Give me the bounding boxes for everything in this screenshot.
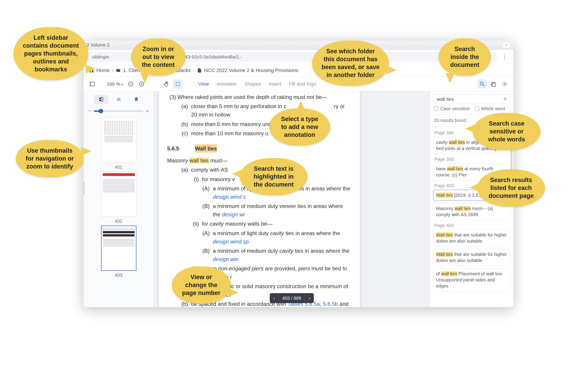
thumbnail-403[interactable]: 403 [101, 226, 136, 278]
select-tool-button[interactable] [173, 80, 182, 89]
crumb-home[interactable]: Home [96, 67, 110, 73]
tab-insert[interactable]: Insert [269, 81, 281, 87]
svg-point-20 [116, 99, 117, 100]
list-label: (B) [200, 247, 210, 263]
thumbnail-401[interactable]: 401 [101, 118, 136, 170]
results-count: 20 results found [434, 118, 466, 123]
svg-line-9 [483, 85, 484, 86]
crumb-3[interactable]: NCC 2022 Volume 2 & Housing Provisions [204, 67, 298, 73]
doc-text: for masonry v [202, 175, 235, 184]
doc-text: comply with AS [191, 166, 228, 174]
tab-shapes[interactable]: Shapes [244, 81, 261, 87]
settings-button[interactable] [500, 80, 509, 89]
zoom-out-button[interactable] [126, 80, 135, 89]
sidebar-tab-thumbnails[interactable] [94, 95, 108, 104]
page-navigator: ‹ 403 / 889 › [270, 293, 314, 303]
left-sidebar: − + 401 402 403 [84, 91, 154, 307]
doc-text: more than 10 mm for masonry u [191, 129, 268, 138]
save-folder-button[interactable] [489, 80, 498, 89]
svg-point-19 [116, 98, 117, 99]
doc-text: a minimum of light duty cavity ties in a… [213, 229, 352, 246]
svg-point-21 [116, 100, 117, 101]
doc-text: a minimum of medium duty veneer ties in … [213, 202, 352, 219]
thumbnail-number: 402 [101, 219, 136, 224]
list-label: (b) [178, 120, 188, 128]
prev-page-button[interactable]: ‹ [270, 293, 279, 303]
search-result[interactable]: Wall ties that are suitable for higher d… [433, 249, 510, 266]
list-label: (B) [200, 202, 210, 219]
toolbar-tabs: View Annotate Shapes Insert Fill and Sig… [198, 81, 316, 87]
window-dropdown-button[interactable] [502, 42, 510, 48]
section-number: 5.6.5 [167, 144, 179, 153]
svg-point-12 [504, 83, 506, 85]
list-label: (ii) [189, 219, 199, 228]
whole-word-checkbox[interactable]: Whole word [475, 106, 505, 111]
doc-text: for cavity masonry walls be— [202, 219, 273, 228]
tab-view[interactable]: View [198, 81, 209, 87]
zoom-level-select[interactable]: 160 % ▾ [105, 80, 124, 88]
search-result[interactable]: Wall ties that are suitable for higher d… [433, 229, 510, 247]
case-sensitive-checkbox[interactable]: Case sensitive [434, 106, 470, 111]
tab-fillsign[interactable]: Fill and Sign [289, 81, 316, 87]
callout-results: Search results listed for each document … [477, 169, 545, 207]
document-icon [197, 68, 202, 73]
thumbnail-zoom-slider[interactable]: − + [88, 108, 149, 115]
list-label: (c) [178, 129, 188, 138]
svg-rect-13 [99, 98, 101, 99]
callout-thumbs: Use thumbnails for navigation or zoom to… [16, 140, 84, 177]
sidebar-tab-bookmarks[interactable] [129, 95, 144, 104]
callout-pager: View or change the page number [172, 267, 231, 304]
svg-point-8 [480, 82, 483, 85]
browser-more-icon[interactable]: ⋮ [500, 53, 509, 60]
pan-tool-button[interactable] [162, 80, 171, 89]
callout-highlight: Search text is highlighted in the docume… [240, 158, 308, 195]
search-button[interactable] [478, 80, 487, 89]
sidebar-tabs [87, 95, 150, 104]
svg-rect-7 [176, 82, 180, 86]
results-page-label: Page 404 [434, 223, 509, 228]
thumbnail-number: 403 [101, 273, 136, 278]
svg-rect-11 [492, 83, 496, 86]
url-frag-left: uildingin [92, 54, 109, 60]
chevron-right-icon: › [112, 67, 113, 73]
chevron-right-icon: › [193, 67, 194, 73]
list-label: (i) [189, 175, 199, 184]
next-page-button[interactable]: › [305, 293, 314, 303]
svg-rect-15 [101, 98, 103, 101]
doc-line: (3) Where raked joints are used the dept… [169, 93, 352, 101]
search-result[interactable]: of wall ties Placement of wall ties Unsu… [433, 268, 510, 292]
search-input[interactable] [433, 94, 510, 104]
svg-rect-14 [99, 100, 101, 101]
callout-sidebar: Left sidebar contains document pages thu… [14, 27, 88, 80]
thumbnail-402[interactable]: 402 [101, 172, 136, 224]
list-label: (a) [178, 102, 188, 119]
thumbnail-number: 401 [101, 165, 136, 170]
minus-icon: − [88, 108, 92, 115]
sidebar-resize-handle[interactable] [84, 182, 85, 195]
page-number-display[interactable]: 403 / 889 [278, 293, 305, 303]
doc-text: more than 5 mm for masonry units [191, 120, 274, 128]
results-page-label: Page 393 [434, 157, 509, 162]
folder-icon [116, 68, 121, 73]
list-label: (A) [200, 229, 210, 246]
callout-folder: See which folder this document has been … [312, 41, 389, 86]
search-results-list: Page 390cavity wall ties in aligning mor… [430, 126, 513, 307]
svg-rect-1 [90, 82, 92, 86]
clear-search-icon[interactable]: ✕ [503, 96, 507, 102]
callout-search: Search inside the document [439, 38, 491, 76]
list-label: (A) [200, 184, 210, 201]
list-label: (a) [178, 166, 188, 174]
doc-text: a minimum of medium duty cavity ties in … [213, 247, 352, 263]
tab-annotate[interactable]: Annotate [217, 81, 237, 87]
callout-annotation: Select a type to add a new annotation [269, 108, 330, 146]
doc-text: closer than 5 mm to any perforation in c… [191, 102, 352, 119]
plus-icon: + [146, 108, 149, 115]
sidebar-tab-outline[interactable] [112, 95, 126, 104]
callout-zoom: Zoom in or out to view the content [131, 38, 185, 76]
toggle-sidebar-button[interactable] [88, 80, 97, 89]
section-title: Wall ties [195, 144, 217, 153]
thumbnail-list: 401 402 403 [87, 118, 150, 305]
callout-searchopts: Search case sensitive or whole words [473, 113, 541, 150]
